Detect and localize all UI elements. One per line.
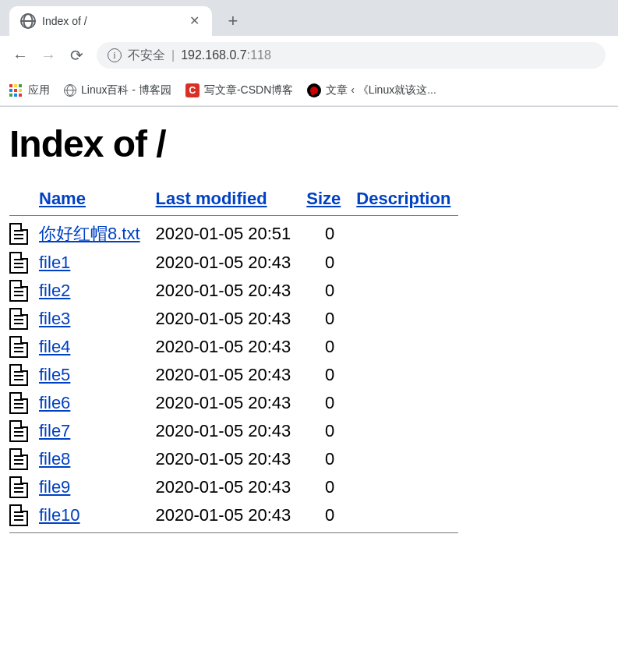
globe-icon bbox=[64, 84, 76, 97]
tab-title: Index of / bbox=[36, 15, 185, 27]
bookmark-item[interactable]: Linux百科 - 博客园 bbox=[64, 83, 171, 97]
table-row: file32020-01-05 20:430 bbox=[9, 305, 458, 333]
text-file-icon bbox=[9, 252, 28, 274]
file-description bbox=[348, 389, 458, 417]
page-content: Index of / Name Last modified Size Descr… bbox=[0, 107, 618, 560]
col-modified[interactable]: Last modified bbox=[156, 189, 267, 208]
file-link[interactable]: file10 bbox=[39, 505, 80, 525]
apps-icon bbox=[9, 84, 22, 97]
file-size: 0 bbox=[298, 389, 348, 417]
bookmarks-bar: 应用 Linux百科 - 博客园C写文章-CSDN博客文章 ‹ 《Linux就该… bbox=[0, 75, 618, 106]
page-title: Index of / bbox=[9, 122, 609, 165]
info-icon[interactable]: i bbox=[108, 48, 122, 62]
apps-button[interactable]: 应用 bbox=[9, 83, 50, 97]
file-link[interactable]: file3 bbox=[39, 309, 70, 328]
file-description bbox=[348, 249, 458, 277]
file-description bbox=[348, 501, 458, 529]
file-modified: 2020-01-05 20:51 bbox=[148, 219, 299, 249]
address-host: 192.168.0.7 bbox=[181, 48, 247, 62]
file-link[interactable]: file5 bbox=[39, 365, 70, 384]
text-file-icon bbox=[9, 336, 28, 358]
file-modified: 2020-01-05 20:43 bbox=[148, 417, 299, 445]
address-bar[interactable]: i 不安全 | 192.168.0.7:118 bbox=[97, 42, 606, 69]
table-header-row: Name Last modified Size Description bbox=[9, 186, 458, 212]
not-secure-label: 不安全 bbox=[128, 48, 165, 64]
file-modified: 2020-01-05 20:43 bbox=[148, 501, 299, 529]
tab-active[interactable]: Index of / ✕ bbox=[9, 6, 212, 36]
table-row: file92020-01-05 20:430 bbox=[9, 473, 458, 501]
tab-strip: Index of / ✕ + bbox=[0, 0, 618, 36]
bookmark-label: Linux百科 - 博客园 bbox=[81, 83, 171, 97]
text-file-icon bbox=[9, 420, 28, 442]
table-row: file52020-01-05 20:430 bbox=[9, 361, 458, 389]
text-file-icon bbox=[9, 308, 28, 330]
table-row: 你好红帽8.txt2020-01-05 20:510 bbox=[9, 219, 458, 249]
file-modified: 2020-01-05 20:43 bbox=[148, 333, 299, 361]
bookmark-item[interactable]: C写文章-CSDN博客 bbox=[185, 83, 293, 97]
tab-close-button[interactable]: ✕ bbox=[185, 15, 204, 27]
apps-label: 应用 bbox=[28, 83, 50, 97]
table-row: file72020-01-05 20:430 bbox=[9, 417, 458, 445]
file-size: 0 bbox=[298, 219, 348, 249]
file-description bbox=[348, 417, 458, 445]
text-file-icon bbox=[9, 392, 28, 414]
table-row: file102020-01-05 20:430 bbox=[9, 501, 458, 529]
file-description bbox=[348, 219, 458, 249]
col-description[interactable]: Description bbox=[356, 189, 450, 208]
text-file-icon bbox=[9, 476, 28, 498]
file-size: 0 bbox=[298, 445, 348, 473]
file-size: 0 bbox=[298, 277, 348, 305]
file-link[interactable]: 你好红帽8.txt bbox=[39, 224, 140, 243]
file-link[interactable]: file8 bbox=[39, 449, 70, 469]
toolbar: ← → ⟳ i 不安全 | 192.168.0.7:118 bbox=[0, 36, 618, 75]
file-size: 0 bbox=[298, 333, 348, 361]
text-file-icon bbox=[9, 223, 28, 245]
file-size: 0 bbox=[298, 249, 348, 277]
table-row: file22020-01-05 20:430 bbox=[9, 277, 458, 305]
file-link[interactable]: file2 bbox=[39, 281, 70, 300]
text-file-icon bbox=[9, 364, 28, 386]
address-divider: | bbox=[171, 48, 175, 62]
file-size: 0 bbox=[298, 417, 348, 445]
file-modified: 2020-01-05 20:43 bbox=[148, 305, 299, 333]
file-description bbox=[348, 305, 458, 333]
file-link[interactable]: file9 bbox=[39, 477, 70, 497]
file-description bbox=[348, 277, 458, 305]
bookmark-label: 写文章-CSDN博客 bbox=[204, 83, 293, 97]
file-description bbox=[348, 333, 458, 361]
file-link[interactable]: file1 bbox=[39, 253, 70, 272]
new-tab-button[interactable]: + bbox=[221, 9, 245, 33]
file-link[interactable]: file6 bbox=[39, 393, 70, 412]
file-link[interactable]: file4 bbox=[39, 337, 70, 356]
table-row: file42020-01-05 20:430 bbox=[9, 333, 458, 361]
bookmark-item[interactable]: 文章 ‹ 《Linux就该这... bbox=[307, 83, 436, 97]
text-file-icon bbox=[9, 448, 28, 470]
col-name[interactable]: Name bbox=[39, 189, 86, 208]
table-row: file82020-01-05 20:430 bbox=[9, 445, 458, 473]
reload-button[interactable]: ⟳ bbox=[62, 41, 90, 69]
globe-icon bbox=[20, 13, 36, 29]
file-modified: 2020-01-05 20:43 bbox=[148, 249, 299, 277]
file-modified: 2020-01-05 20:43 bbox=[148, 277, 299, 305]
csdn-icon: C bbox=[185, 83, 200, 97]
table-row: file12020-01-05 20:430 bbox=[9, 249, 458, 277]
file-modified: 2020-01-05 20:43 bbox=[148, 445, 299, 473]
file-size: 0 bbox=[298, 305, 348, 333]
file-link[interactable]: file7 bbox=[39, 421, 70, 440]
address-port: :118 bbox=[247, 48, 271, 62]
file-modified: 2020-01-05 20:43 bbox=[148, 473, 299, 501]
text-file-icon bbox=[9, 504, 28, 526]
forward-button[interactable]: → bbox=[34, 41, 62, 69]
file-modified: 2020-01-05 20:43 bbox=[148, 361, 299, 389]
file-description bbox=[348, 473, 458, 501]
table-row: file62020-01-05 20:430 bbox=[9, 389, 458, 417]
back-button[interactable]: ← bbox=[6, 41, 34, 69]
file-size: 0 bbox=[298, 361, 348, 389]
browser-chrome: Index of / ✕ + ← → ⟳ i 不安全 | 192.168.0.7… bbox=[0, 0, 618, 107]
redhat-icon bbox=[307, 83, 321, 97]
text-file-icon bbox=[9, 280, 28, 302]
file-modified: 2020-01-05 20:43 bbox=[148, 389, 299, 417]
col-size[interactable]: Size bbox=[306, 189, 341, 208]
file-description bbox=[348, 445, 458, 473]
file-description bbox=[348, 361, 458, 389]
